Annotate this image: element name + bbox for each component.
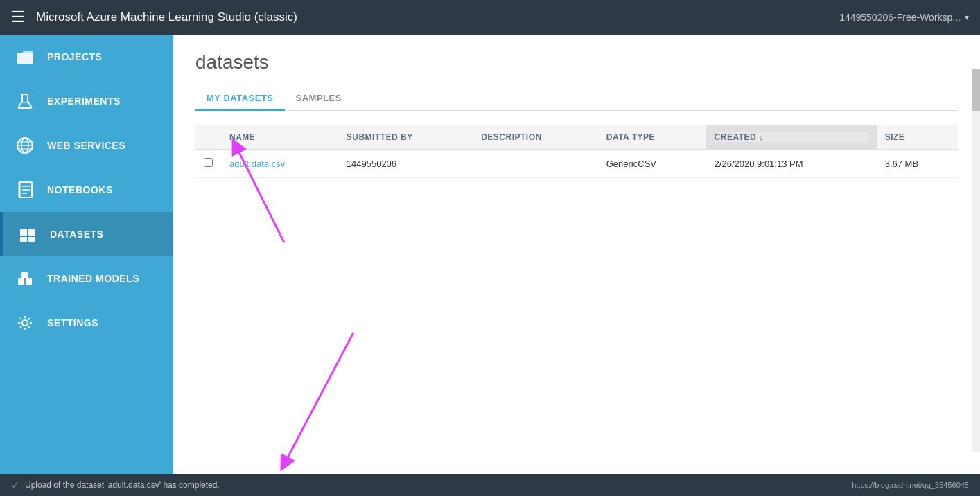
sidebar-item-label: TRAINED MODELS bbox=[47, 273, 139, 284]
status-url: https://blog.csdn.net/qq_35456045 bbox=[852, 481, 969, 489]
status-text: Upload of the dataset 'adult.data.csv' h… bbox=[25, 480, 220, 490]
sidebar-item-datasets[interactable]: DATASETS bbox=[0, 212, 173, 256]
main-layout: PROJECTS EXPERIMENTS bbox=[0, 35, 980, 474]
row-submitted-by-cell: 1449550206 bbox=[338, 150, 473, 178]
col-header-description[interactable]: DESCRIPTION bbox=[473, 125, 598, 150]
sidebar-item-label: PROJECTS bbox=[47, 51, 102, 62]
col-header-size[interactable]: SIZE bbox=[877, 125, 958, 150]
tab-samples[interactable]: SAMPLES bbox=[285, 87, 353, 111]
scrollbar-thumb[interactable] bbox=[972, 69, 980, 111]
page-title: datasets bbox=[195, 51, 958, 73]
sidebar-item-settings[interactable]: SETTINGS bbox=[0, 301, 173, 345]
sidebar-item-label: EXPERIMENTS bbox=[47, 96, 121, 107]
col-header-checkbox bbox=[195, 125, 221, 150]
svg-rect-16 bbox=[28, 237, 35, 242]
top-bar: ☰ Microsoft Azure Machine Learning Studi… bbox=[0, 0, 980, 35]
status-bar: ✓ Upload of the dataset 'adult.data.csv'… bbox=[0, 474, 980, 496]
sidebar-item-label: WEB SERVICES bbox=[47, 140, 125, 151]
notebook-icon bbox=[14, 179, 36, 201]
scrollbar-track[interactable] bbox=[972, 69, 980, 452]
sidebar-item-web-services[interactable]: WEB SERVICES bbox=[0, 123, 173, 168]
svg-rect-14 bbox=[28, 229, 35, 236]
check-icon: ✓ bbox=[11, 479, 19, 490]
col-header-name[interactable]: NAME bbox=[221, 125, 338, 150]
status-message: ✓ Upload of the dataset 'adult.data.csv'… bbox=[11, 479, 220, 490]
row-checkbox-cell[interactable] bbox=[195, 150, 221, 178]
content-area: datasets MY DATASETS SAMPLES NAME SUBMIT… bbox=[173, 35, 980, 474]
row-checkbox[interactable] bbox=[204, 158, 213, 167]
sidebar-item-projects[interactable]: PROJECTS bbox=[0, 35, 173, 79]
sidebar: PROJECTS EXPERIMENTS bbox=[0, 35, 173, 474]
svg-rect-0 bbox=[17, 53, 33, 64]
sidebar-item-trained-models[interactable]: TRAINED MODELS bbox=[0, 256, 173, 301]
globe-icon bbox=[14, 134, 36, 157]
tab-my-datasets[interactable]: MY DATASETS bbox=[195, 87, 285, 111]
model-icon bbox=[14, 267, 36, 290]
sidebar-item-notebooks[interactable]: NOTEBOOKS bbox=[0, 168, 173, 212]
svg-rect-9 bbox=[18, 182, 21, 197]
dataset-name-link[interactable]: adult.data.csv bbox=[229, 159, 285, 169]
row-created-cell: 2/26/2020 9:01:13 PM bbox=[706, 150, 877, 178]
table-row: adult.data.csv 1449550206 GenericCSV 2/2… bbox=[195, 150, 958, 178]
sidebar-item-experiments[interactable]: EXPERIMENTS bbox=[0, 79, 173, 123]
datasets-table: NAME SUBMITTED BY DESCRIPTION DATA TYPE bbox=[195, 125, 958, 178]
workspace-selector[interactable]: 1449550206-Free-Worksp... ▾ bbox=[839, 12, 969, 23]
hamburger-menu[interactable]: ☰ bbox=[11, 8, 25, 26]
row-name-cell: adult.data.csv bbox=[221, 150, 338, 178]
content-inner: datasets MY DATASETS SAMPLES NAME SUBMIT… bbox=[173, 35, 980, 474]
svg-rect-18 bbox=[26, 278, 32, 285]
sort-icon: ↓ bbox=[759, 133, 763, 141]
sidebar-item-label: SETTINGS bbox=[47, 317, 98, 328]
settings-icon bbox=[14, 312, 36, 334]
app-title: Microsoft Azure Machine Learning Studio … bbox=[36, 10, 839, 24]
col-header-submitted-by[interactable]: SUBMITTED BY bbox=[338, 125, 473, 150]
svg-rect-15 bbox=[20, 237, 27, 242]
row-data-type-cell: GenericCSV bbox=[598, 150, 706, 178]
row-size-cell: 3.67 MB bbox=[877, 150, 958, 178]
svg-rect-17 bbox=[18, 278, 24, 285]
folder-icon bbox=[14, 46, 36, 68]
flask-icon bbox=[14, 90, 36, 112]
sidebar-item-label: NOTEBOOKS bbox=[47, 184, 113, 195]
datasets-icon bbox=[17, 223, 39, 245]
sidebar-item-label: DATASETS bbox=[50, 229, 103, 240]
workspace-name: 1449550206-Free-Worksp... bbox=[839, 12, 961, 23]
tabs-bar: MY DATASETS SAMPLES bbox=[195, 87, 958, 111]
col-header-data-type[interactable]: DATA TYPE bbox=[598, 125, 706, 150]
col-header-created[interactable]: CREATED ↓ bbox=[706, 125, 877, 150]
svg-rect-13 bbox=[20, 229, 27, 236]
row-description-cell bbox=[473, 150, 598, 178]
chevron-right-icon: ▾ bbox=[965, 12, 969, 22]
svg-point-20 bbox=[22, 320, 28, 326]
svg-rect-19 bbox=[21, 272, 28, 278]
